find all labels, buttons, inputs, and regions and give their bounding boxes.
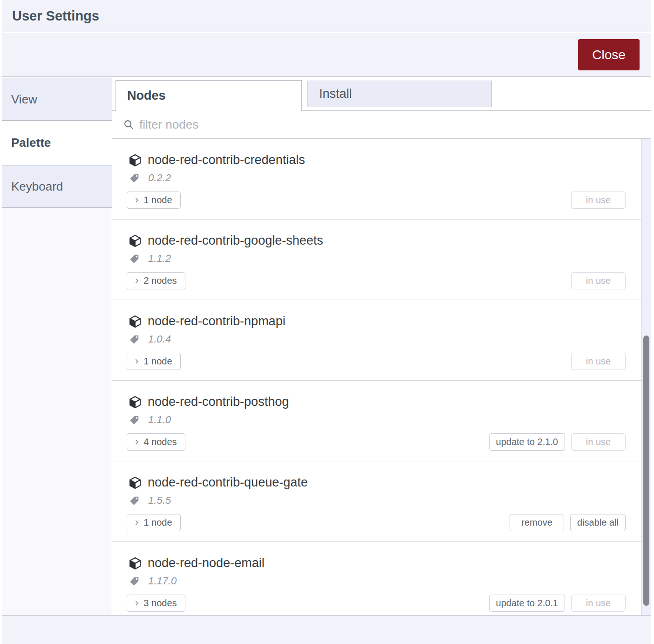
update-button[interactable]: update to 2.1.0 bbox=[489, 433, 565, 451]
package-name-row: node-red-contrib-credentials bbox=[129, 153, 641, 167]
sidebar-item-view[interactable]: View bbox=[2, 78, 112, 121]
package-version-row: 1.0.4 bbox=[129, 333, 641, 345]
package-name: node-red-contrib-google-sheets bbox=[148, 233, 323, 248]
node-count-toggle[interactable]: › 1 node bbox=[127, 514, 181, 531]
chevron-right-icon: › bbox=[135, 598, 138, 608]
package-actions: update to 2.0.1in use bbox=[489, 595, 626, 612]
node-count-label: 1 node bbox=[143, 356, 172, 367]
palette-tabbar: Nodes Install bbox=[112, 77, 651, 111]
node-count-label: 2 nodes bbox=[143, 275, 177, 286]
chevron-right-icon: › bbox=[135, 517, 138, 528]
package-name-row: node-red-contrib-posthog bbox=[129, 395, 641, 409]
node-count-label: 1 node bbox=[143, 195, 172, 206]
package-item: node-red-contrib-google-sheets 1.1.2 › 2… bbox=[112, 219, 641, 300]
package-version: 1.0.4 bbox=[148, 333, 171, 345]
in-use-button: in use bbox=[571, 433, 626, 451]
scrollbar-thumb[interactable] bbox=[643, 336, 649, 606]
package-version-row: 1.5.5 bbox=[129, 494, 641, 507]
package-item: node-red-contrib-credentials 0.2.2 › 1 n… bbox=[112, 139, 641, 219]
package-cube-icon bbox=[129, 154, 142, 167]
dialog-footer bbox=[2, 615, 651, 644]
package-name-row: node-red-node-email bbox=[129, 556, 641, 570]
node-count-toggle[interactable]: › 3 nodes bbox=[127, 595, 185, 612]
update-button[interactable]: update to 2.0.1 bbox=[489, 595, 565, 612]
node-count-label: 1 node bbox=[143, 517, 172, 528]
version-tag-icon bbox=[129, 173, 139, 183]
package-name: node-red-node-email bbox=[148, 556, 265, 570]
package-version-row: 1.1.2 bbox=[129, 253, 641, 265]
package-name: node-red-contrib-npmapi bbox=[148, 314, 286, 329]
package-version: 1.17.0 bbox=[148, 575, 177, 587]
palette-panel: Nodes Install node-red-contrib-credentia… bbox=[112, 77, 651, 616]
package-version-row: 1.17.0 bbox=[129, 575, 641, 587]
version-tag-icon bbox=[129, 254, 139, 264]
disable-all-button[interactable]: disable all bbox=[570, 514, 626, 531]
scrollbar-track[interactable] bbox=[641, 139, 651, 616]
in-use-button: in use bbox=[571, 272, 626, 289]
package-version: 1.1.2 bbox=[148, 253, 171, 265]
chevron-right-icon: › bbox=[135, 437, 138, 447]
version-tag-icon bbox=[129, 415, 139, 425]
package-name: node-red-contrib-credentials bbox=[148, 153, 305, 167]
package-version-row: 0.2.2 bbox=[129, 172, 641, 184]
in-use-button: in use bbox=[571, 353, 626, 370]
version-tag-icon bbox=[129, 335, 139, 344]
package-cube-icon bbox=[129, 476, 142, 489]
package-cube-icon bbox=[129, 557, 142, 570]
package-name-row: node-red-contrib-queue-gate bbox=[129, 475, 641, 490]
package-cube-icon bbox=[129, 234, 142, 247]
dialog-body: View Palette Keyboard Nodes Install bbox=[2, 77, 651, 616]
package-actions: update to 2.1.0in use bbox=[489, 433, 626, 451]
settings-sidebar: View Palette Keyboard bbox=[2, 77, 112, 616]
close-button[interactable]: Close bbox=[578, 39, 640, 70]
chevron-right-icon: › bbox=[135, 356, 138, 366]
chevron-right-icon: › bbox=[135, 275, 138, 286]
node-count-toggle[interactable]: › 4 nodes bbox=[127, 433, 185, 451]
filter-bar bbox=[112, 111, 651, 139]
package-version-row: 1.1.0 bbox=[129, 414, 641, 426]
dialog-title: User Settings bbox=[12, 8, 99, 24]
package-item: node-red-contrib-posthog 1.1.0 › 4 nodes… bbox=[112, 381, 641, 461]
package-version: 1.1.0 bbox=[148, 414, 171, 426]
chevron-right-icon: › bbox=[135, 195, 138, 205]
package-name: node-red-contrib-queue-gate bbox=[148, 475, 308, 490]
package-item: node-red-contrib-npmapi 1.0.4 › 1 node i… bbox=[112, 300, 641, 381]
package-list: node-red-contrib-credentials 0.2.2 › 1 n… bbox=[112, 139, 641, 616]
package-name-row: node-red-contrib-google-sheets bbox=[129, 233, 641, 248]
dialog-toolbar: Close bbox=[2, 33, 651, 77]
package-version: 0.2.2 bbox=[148, 172, 171, 184]
node-count-toggle[interactable]: › 1 node bbox=[127, 353, 181, 370]
node-count-label: 4 nodes bbox=[143, 437, 177, 447]
package-actions: in use bbox=[571, 192, 626, 209]
node-count-toggle[interactable]: › 1 node bbox=[127, 192, 181, 209]
package-cube-icon bbox=[129, 396, 142, 409]
package-actions: in use bbox=[571, 353, 626, 370]
dialog-header: User Settings bbox=[2, 0, 651, 32]
tab-install[interactable]: Install bbox=[307, 81, 492, 107]
sidebar-item-palette[interactable]: Palette bbox=[2, 121, 112, 165]
package-item: node-red-node-email 1.17.0 › 3 nodes upd… bbox=[112, 542, 641, 616]
search-icon bbox=[123, 119, 135, 130]
version-tag-icon bbox=[129, 496, 139, 506]
node-count-label: 3 nodes bbox=[143, 598, 177, 609]
package-cube-icon bbox=[129, 315, 142, 328]
package-actions: removedisable all bbox=[510, 514, 626, 531]
package-name: node-red-contrib-posthog bbox=[148, 395, 289, 409]
node-count-toggle[interactable]: › 2 nodes bbox=[127, 272, 185, 289]
package-actions: in use bbox=[571, 272, 626, 289]
in-use-button: in use bbox=[571, 595, 626, 612]
in-use-button: in use bbox=[571, 192, 626, 209]
user-settings-dialog: User Settings Close View Palette Keyboar… bbox=[2, 0, 651, 644]
sidebar-item-keyboard[interactable]: Keyboard bbox=[2, 165, 112, 208]
version-tag-icon bbox=[129, 576, 139, 586]
filter-nodes-input[interactable] bbox=[138, 117, 373, 132]
remove-button[interactable]: remove bbox=[510, 514, 564, 531]
package-name-row: node-red-contrib-npmapi bbox=[129, 314, 641, 329]
tab-nodes[interactable]: Nodes bbox=[116, 80, 302, 111]
package-item: node-red-contrib-queue-gate 1.5.5 › 1 no… bbox=[112, 461, 641, 542]
package-version: 1.5.5 bbox=[148, 494, 171, 507]
